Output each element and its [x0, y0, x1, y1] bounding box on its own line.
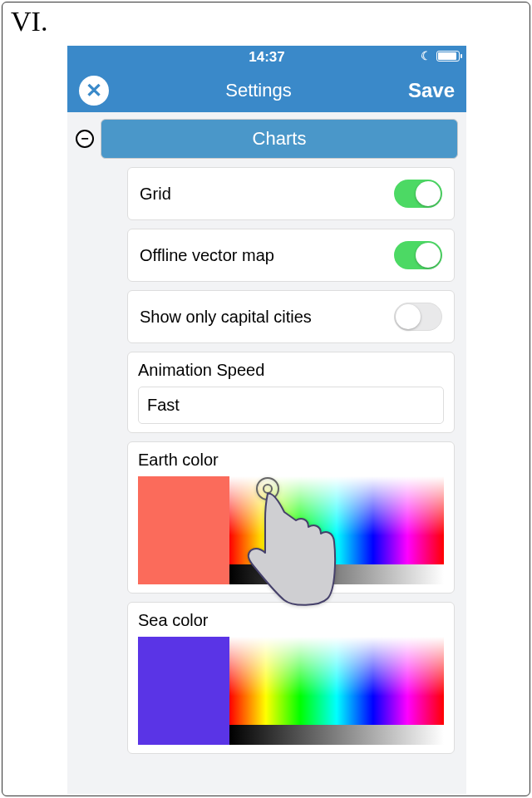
row-capital-cities: Show only capital cities — [127, 290, 455, 343]
label-sea-color: Sea color — [138, 611, 444, 630]
battery-icon — [436, 51, 460, 62]
status-time: 14:37 — [249, 49, 284, 66]
picker-earth-color[interactable] — [229, 476, 444, 584]
row-earth-color: Earth color — [127, 441, 455, 594]
toggle-offline-map[interactable] — [394, 241, 442, 269]
figure-number: VI. — [11, 6, 47, 37]
close-button[interactable]: ✕ — [79, 76, 109, 106]
label-animation-speed: Animation Speed — [138, 361, 444, 380]
row-animation-speed: Animation Speed Fast — [127, 352, 455, 433]
save-button[interactable]: Save — [408, 79, 455, 102]
row-sea-color: Sea color — [127, 602, 455, 754]
picker-sea-color[interactable] — [229, 637, 444, 745]
toggle-grid[interactable] — [394, 180, 442, 208]
minus-circle-icon[interactable]: − — [76, 130, 94, 148]
toggle-capital-cities[interactable] — [394, 303, 442, 331]
select-animation-speed[interactable]: Fast — [138, 387, 444, 424]
section-header-charts[interactable]: Charts — [101, 119, 458, 159]
label-capital-cities: Show only capital cities — [140, 308, 312, 327]
label-earth-color: Earth color — [138, 451, 444, 470]
phone-screen: 14:37 ☾ ✕ Settings Save − Charts Grid — [67, 46, 466, 794]
label-grid: Grid — [140, 185, 171, 204]
row-grid: Grid — [127, 167, 455, 220]
nav-bar: ✕ Settings Save — [67, 69, 466, 112]
status-bar: 14:37 ☾ — [67, 46, 466, 69]
page-title: Settings — [225, 80, 292, 101]
swatch-sea-color — [138, 637, 229, 745]
row-offline-map: Offline vector map — [127, 229, 455, 282]
close-icon: ✕ — [86, 79, 102, 102]
swatch-earth-color — [138, 476, 229, 584]
label-offline-map: Offline vector map — [140, 246, 274, 265]
moon-icon: ☾ — [421, 49, 431, 62]
